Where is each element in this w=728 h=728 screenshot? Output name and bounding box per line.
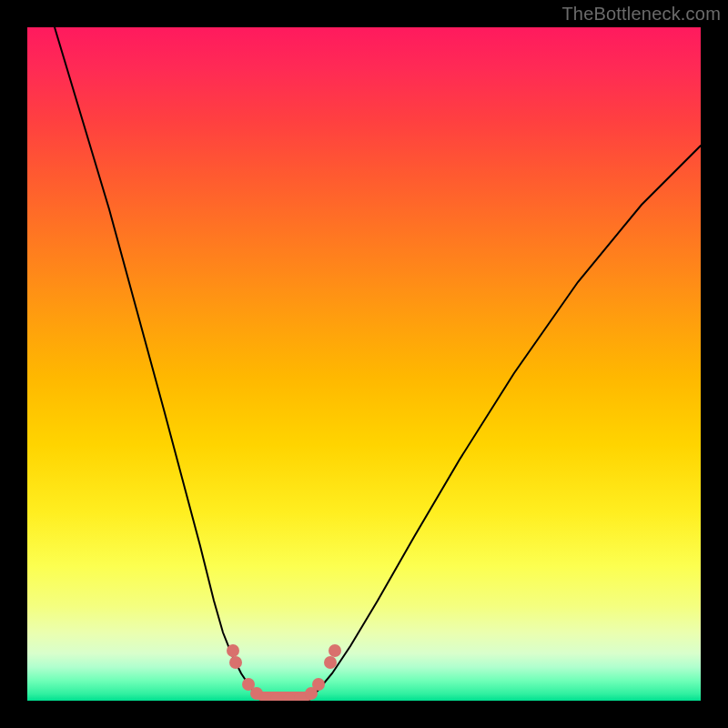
bead <box>227 644 239 657</box>
bead <box>329 644 341 657</box>
chart-frame: TheBottleneck.com <box>0 0 728 728</box>
curve-layer <box>27 27 701 701</box>
curve-right-branch <box>309 146 701 699</box>
bead <box>312 678 325 691</box>
bottleneck-curve <box>55 27 701 700</box>
bead <box>324 656 337 669</box>
watermark-text: TheBottleneck.com <box>561 4 721 25</box>
curve-left-branch <box>55 27 260 699</box>
bead <box>229 656 242 669</box>
plot-area <box>27 27 701 701</box>
